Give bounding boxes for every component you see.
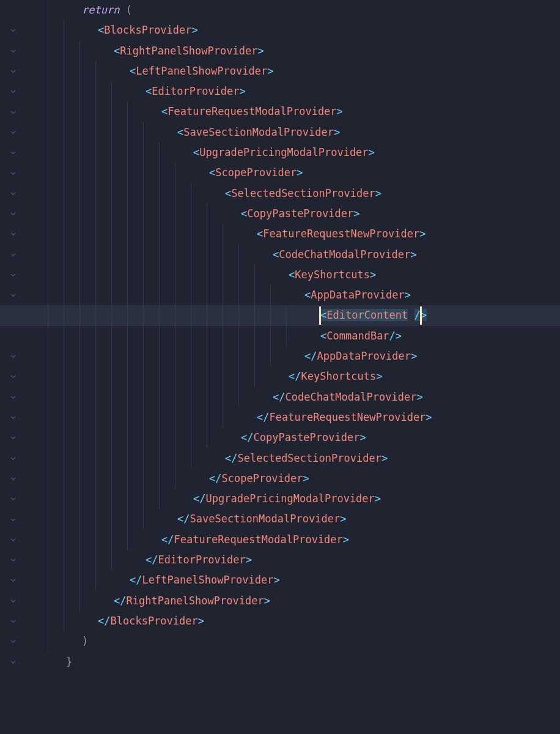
fold-open-icon[interactable] <box>10 89 16 95</box>
fold-open-icon[interactable] <box>10 69 16 75</box>
fold-open-icon[interactable] <box>10 251 16 258</box>
code-line[interactable]: </CopyPasteProvider> <box>0 428 560 448</box>
fold-close-icon[interactable] <box>10 618 16 625</box>
selection: <EditorContent /> <box>320 305 427 325</box>
code-content: <RightPanelShowProvider> <box>18 41 264 61</box>
angle-open: </ <box>193 492 205 505</box>
code-line[interactable]: </BlocksProvider> <box>0 611 560 631</box>
code-line[interactable]: <UpgradePricingModalProvider> <box>0 143 560 163</box>
fold-open-icon[interactable] <box>10 129 16 135</box>
code-line[interactable]: <SelectedSectionProvider> <box>0 184 560 204</box>
code-line[interactable]: <LeftPanelShowProvider> <box>0 61 560 81</box>
angle-open: </ <box>241 431 253 443</box>
jsx-tag: EditorProvider <box>158 554 245 566</box>
code-content: <CopyPasteProvider> <box>18 204 360 224</box>
keyword: return <box>82 4 119 16</box>
code-line[interactable]: </FeatureRequestModalProvider> <box>0 530 560 550</box>
fold-close-icon[interactable] <box>10 374 16 380</box>
angle-close: > <box>370 269 376 281</box>
code-line[interactable]: } <box>0 652 560 672</box>
code-line[interactable]: ) <box>0 631 560 651</box>
jsx-tag: SelectedSectionProvider <box>231 187 375 199</box>
jsx-tag: ScopeProvider <box>215 166 297 179</box>
code-line[interactable]: <AppDataProvider> <box>0 285 560 305</box>
angle-open: </ <box>289 370 301 382</box>
fold-open-icon[interactable] <box>10 272 16 278</box>
code-line[interactable]: <KeyShortcuts> <box>0 265 560 285</box>
code-line[interactable]: <CopyPasteProvider> <box>0 204 560 224</box>
jsx-tag: CopyPasteProvider <box>253 431 359 443</box>
jsx-tag: RightPanelShowProvider <box>120 45 257 57</box>
code-line[interactable]: <CodeChatModalProvider> <box>0 245 560 265</box>
angle-close: > <box>426 411 432 423</box>
fold-close-icon[interactable] <box>10 394 16 400</box>
fold-close-icon[interactable] <box>10 354 16 360</box>
code-editor[interactable]: return (<BlocksProvider><RightPanelShowP… <box>0 0 560 672</box>
code-line[interactable]: </AppDataProvider> <box>0 346 560 366</box>
code-line[interactable]: return ( <box>0 0 560 20</box>
code-line[interactable]: </CodeChatModalProvider> <box>0 387 560 407</box>
fold-close-icon[interactable] <box>10 455 16 461</box>
code-line[interactable]: <EditorProvider> <box>0 81 560 102</box>
angle-open: </ <box>161 533 174 546</box>
code-content: return ( <box>18 0 132 20</box>
fold-close-icon[interactable] <box>10 435 16 441</box>
fold-close-icon[interactable] <box>10 577 16 584</box>
fold-close-icon[interactable] <box>10 496 16 502</box>
code-line[interactable]: <BlocksProvider> <box>0 20 560 40</box>
fold-close-icon[interactable] <box>10 639 16 645</box>
code-line[interactable]: <SaveSectionModalProvider> <box>0 122 560 143</box>
jsx-tag: KeyShortcuts <box>301 370 376 382</box>
jsx-tag: UpgradePricingModalProvider <box>199 146 368 158</box>
fold-open-icon[interactable] <box>10 190 16 196</box>
jsx-tag: FeatureRequestModalProvider <box>168 105 336 117</box>
fold-open-icon[interactable] <box>10 292 16 298</box>
angle-open: </ <box>257 411 269 423</box>
angle-open: < <box>98 24 104 36</box>
code-line[interactable]: </UpgradePricingModalProvider> <box>0 489 560 509</box>
fold-open-icon[interactable] <box>10 109 16 115</box>
fold-close-icon[interactable] <box>10 415 16 421</box>
angle-open: < <box>130 65 136 77</box>
fold-open-icon[interactable] <box>10 48 16 54</box>
code-line[interactable]: </SelectedSectionProvider> <box>0 448 560 469</box>
code-content: </SelectedSectionProvider> <box>18 448 388 469</box>
code-line[interactable]: <CommandBar/> <box>0 326 560 346</box>
code-line[interactable]: </SaveSectionModalProvider> <box>0 509 560 529</box>
code-line[interactable]: <EditorContent /> <box>0 305 560 325</box>
code-line[interactable]: </ScopeProvider> <box>0 469 560 489</box>
fold-close-icon[interactable] <box>10 516 16 522</box>
angle-open: < <box>146 85 152 97</box>
fold-open-icon[interactable] <box>10 28 16 34</box>
angle-open: </ <box>304 350 317 362</box>
angle-close: > <box>246 554 252 566</box>
angle-open: </ <box>146 554 158 566</box>
fold-open-icon[interactable] <box>10 231 16 237</box>
code-line[interactable]: <FeatureRequestModalProvider> <box>0 102 560 122</box>
fold-open-icon[interactable] <box>10 150 16 156</box>
angle-close: > <box>376 370 382 382</box>
code-line[interactable]: </RightPanelShowProvider> <box>0 591 560 611</box>
fold-close-icon[interactable] <box>10 598 16 604</box>
code-line[interactable]: </KeyShortcuts> <box>0 366 560 387</box>
fold-close-icon[interactable] <box>10 557 16 563</box>
whitespace <box>119 4 125 16</box>
fold-close-icon[interactable] <box>10 659 16 665</box>
angle-close: > <box>375 492 381 505</box>
fold-open-icon[interactable] <box>10 170 16 176</box>
code-line[interactable]: <ScopeProvider> <box>0 163 560 183</box>
jsx-tag: ScopeProvider <box>221 472 303 484</box>
code-line[interactable]: <RightPanelShowProvider> <box>0 41 560 61</box>
angle-close: > <box>303 472 309 484</box>
fold-close-icon[interactable] <box>10 475 16 481</box>
fold-close-icon[interactable] <box>10 536 16 543</box>
code-line[interactable]: </LeftPanelShowProvider> <box>0 570 560 590</box>
code-content: <BlocksProvider> <box>18 20 198 40</box>
fold-open-icon[interactable] <box>10 211 16 217</box>
code-content: <LeftPanelShowProvider> <box>18 61 273 81</box>
code-line[interactable]: </FeatureRequestNewProvider> <box>0 407 560 428</box>
code-line[interactable]: </EditorProvider> <box>0 550 560 570</box>
code-line[interactable]: <FeatureRequestNewProvider> <box>0 224 560 244</box>
brace-close: } <box>66 656 72 668</box>
code-content: </FeatureRequestModalProvider> <box>18 530 349 550</box>
